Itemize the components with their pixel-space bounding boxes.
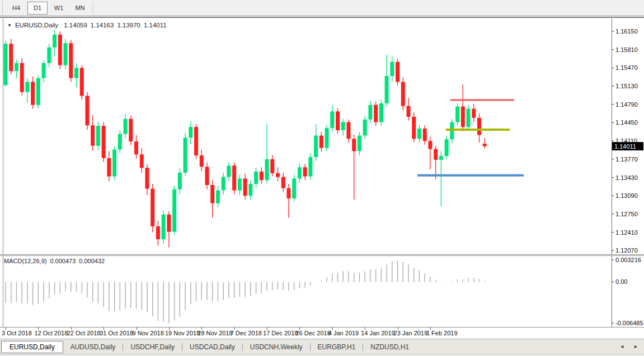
- svg-text:1.14790: 1.14790: [615, 101, 638, 108]
- macd-histogram: [6, 260, 485, 324]
- time-label: 7 Dec 2018: [231, 330, 262, 336]
- chart-tab-bar: EURUSD,DailyAUDUSD,DailyUSDCHF,DailyUSDC…: [0, 339, 644, 354]
- svg-text:0.00: 0.00: [615, 278, 627, 285]
- tab-scroll-right-icon[interactable]: ►: [633, 343, 638, 350]
- tab-scroll-left-icon[interactable]: ◄: [619, 343, 624, 350]
- chevron-down-icon: ▼: [7, 23, 12, 28]
- time-label: 22 Oct 2018: [67, 330, 101, 336]
- tab-usdcad-daily[interactable]: USDCAD,Daily: [182, 341, 242, 353]
- toolbar-separator: [2, 2, 3, 14]
- time-label: 1 Feb 2019: [426, 330, 458, 336]
- svg-text:1.15130: 1.15130: [615, 83, 638, 89]
- ohlc-close: 1.14011: [144, 22, 167, 29]
- timeframe-button-d1[interactable]: D1: [27, 2, 48, 15]
- svg-text:1.15810: 1.15810: [615, 46, 638, 53]
- ohlc-high: 1.14163: [91, 22, 114, 29]
- svg-text:0.003216: 0.003216: [615, 257, 641, 263]
- chart-title: ▼EURUSD,Daily1.140591.141631.139701.1401…: [7, 22, 170, 29]
- candles-layer: [4, 30, 487, 247]
- time-label: 12 Oct 2018: [34, 330, 68, 336]
- time-label: 26 Dec 2018: [295, 330, 330, 336]
- svg-text:1.12750: 1.12750: [615, 211, 638, 217]
- current-price-tag: 1.14011: [612, 142, 643, 150]
- macd-main-value: 0.000473: [50, 258, 76, 264]
- toolbar-separator: [93, 2, 94, 14]
- svg-text:1.13770: 1.13770: [615, 156, 638, 163]
- tab-usdchf-daily[interactable]: USDCHF,Daily: [123, 341, 182, 353]
- time-label: 31 Oct 2018: [100, 330, 133, 336]
- svg-text:1.14450: 1.14450: [615, 119, 638, 126]
- svg-text:1.13430: 1.13430: [615, 174, 638, 181]
- time-axis[interactable]: 3 Oct 201812 Oct 201822 Oct 201831 Oct 2…: [0, 327, 644, 339]
- time-label: 9 Nov 2018: [133, 330, 164, 336]
- time-label: 19 Nov 2018: [165, 330, 200, 336]
- time-label: 4 Jan 2019: [328, 330, 359, 336]
- chart-symbol-label: EURUSD,Daily: [15, 22, 58, 29]
- svg-text:1.14011: 1.14011: [614, 143, 636, 150]
- svg-text:1.16150: 1.16150: [615, 28, 638, 35]
- timeframe-toolbar: H4D1W1MN: [0, 0, 644, 16]
- macd-pane[interactable]: 0.0032160.00-0.006485: [0, 256, 644, 327]
- ohlc-open: 1.14059: [64, 22, 87, 29]
- price-axis[interactable]: 1.161501.158101.154701.151301.147901.144…: [612, 28, 638, 254]
- macd-indicator-label: MACD(12,26,9)0.0004730.000432: [4, 258, 108, 264]
- macd-signal-value: 0.000432: [79, 258, 105, 264]
- price-pane[interactable]: 1.161501.158101.154701.151301.147901.144…: [0, 18, 644, 254]
- svg-text:1.13090: 1.13090: [615, 192, 638, 199]
- tab-usdcnh-weekly[interactable]: USDCNH,Weekly: [243, 341, 310, 353]
- macd-name: MACD(12,26,9): [4, 258, 46, 264]
- svg-text:1.12070: 1.12070: [615, 247, 638, 254]
- tab-audusd-daily[interactable]: AUDUSD,Daily: [63, 341, 123, 353]
- time-label: 3 Oct 2018: [2, 330, 32, 336]
- time-label: 23 Jan 2019: [394, 330, 428, 336]
- tab-eurgbp-h1[interactable]: EURGBP,H1: [311, 341, 363, 353]
- time-label: 28 Nov 2018: [198, 330, 232, 336]
- timeframe-button-w1[interactable]: W1: [49, 2, 69, 15]
- time-label: 14 Jan 2019: [361, 330, 395, 336]
- tab-nzdusd-h1[interactable]: NZDUSD,H1: [363, 341, 416, 353]
- macd-axis[interactable]: 0.0032160.00-0.006485: [612, 257, 643, 326]
- timeframe-button-h4[interactable]: H4: [6, 2, 26, 15]
- time-label: 17 Dec 2018: [263, 330, 298, 336]
- timeframe-button-mn[interactable]: MN: [70, 2, 90, 15]
- svg-text:1.12410: 1.12410: [615, 229, 638, 236]
- svg-text:-0.006485: -0.006485: [615, 320, 643, 326]
- svg-text:1.15470: 1.15470: [615, 64, 638, 71]
- tab-eurusd-daily[interactable]: EURUSD,Daily: [1, 341, 63, 353]
- ohlc-low: 1.13970: [117, 22, 140, 29]
